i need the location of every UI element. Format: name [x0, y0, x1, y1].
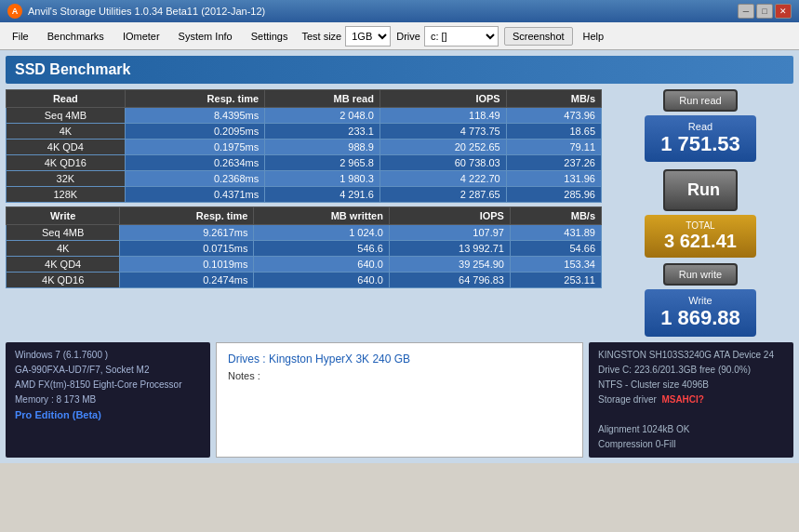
notes-text: Notes : — [228, 368, 571, 385]
write-score-label: Write — [656, 295, 745, 306]
drive-group: Drive c: [] — [396, 26, 499, 47]
table-row: 4K 0.0715ms 546.6 13 992.71 54.66 — [7, 241, 602, 257]
read-row-label: 4K — [7, 124, 126, 140]
run-read-button[interactable]: Run read — [663, 89, 738, 112]
resp-time-w-col-header: Resp. time — [120, 207, 254, 225]
device-line6: Alignment 1024kB OK — [598, 422, 784, 437]
test-size-label: Test size — [301, 31, 341, 42]
iops-read-col-header: IOPS — [380, 90, 506, 108]
drive-label: Drive — [396, 31, 420, 42]
mb-written-col-header: MB written — [254, 207, 389, 225]
mbs-write-col-header: MB/s — [510, 207, 601, 225]
drives-panel: Drives : Kingston HyperX 3K 240 GB Notes… — [216, 342, 583, 458]
bottom-section: Windows 7 (6.1.7600 ) GA-990FXA-UD7/F7, … — [6, 342, 793, 458]
run-write-group: Run write Write 1 869.88 — [645, 263, 756, 336]
table-row: 4K 0.2095ms 233.1 4 773.75 18.65 — [7, 124, 602, 140]
maximize-button[interactable]: □ — [756, 4, 773, 19]
app-title: Anvil's Storage Utilities 1.0.34 Beta11 … — [28, 6, 265, 17]
main-area: Read Resp. time MB read IOPS MB/s Seq 4M… — [6, 89, 793, 337]
menu-settings[interactable]: Settings — [243, 27, 297, 46]
menu-bar: File Benchmarks IOmeter System Info Sett… — [0, 22, 799, 50]
write-table: Write Resp. time MB written IOPS MB/s Se… — [6, 206, 602, 288]
read-score-value: 1 751.53 — [656, 132, 745, 156]
iops-write-col-header: IOPS — [389, 207, 510, 225]
device-line1: KINGSTON SH103S3240G ATA Device 24 — [598, 348, 784, 363]
read-score-label: Read — [656, 121, 745, 132]
run-total-group: Run TOTAL 3 621.41 — [645, 169, 756, 258]
menu-help[interactable]: Help — [575, 27, 613, 46]
minimize-button[interactable]: ─ — [738, 4, 754, 19]
table-row: 128K 0.4371ms 4 291.6 2 287.65 285.96 — [7, 187, 602, 203]
device-line7: Compression 0-Fill — [598, 437, 784, 452]
total-score-value: 3 621.41 — [656, 231, 745, 252]
mbs-read-col-header: MB/s — [506, 90, 601, 108]
resp-time-col-header: Resp. time — [125, 90, 265, 108]
device-line4: Storage driver MSAHCI? — [598, 392, 784, 407]
right-panel: Run read Read 1 751.53 Run TOTAL 3 621.4… — [607, 89, 793, 337]
test-size-select[interactable]: 1GB — [345, 26, 391, 47]
read-col-header: Read — [7, 90, 126, 108]
device-line3: NTFS - Cluster size 4096B — [598, 378, 784, 392]
memory-info: Memory : 8 173 MB — [15, 392, 201, 407]
close-button[interactable]: ✕ — [775, 4, 792, 19]
write-score-value: 1 869.88 — [656, 306, 745, 330]
table-row: 4K QD4 0.1019ms 640.0 39 254.90 153.34 — [7, 257, 602, 273]
ssd-benchmark-title: SSD Benchmark — [6, 56, 793, 84]
drives-text: Drives : Kingston HyperX 3K 240 GB — [228, 351, 571, 368]
read-mb: 2 048.0 — [265, 108, 380, 124]
write-score-box: Write 1 869.88 — [645, 289, 756, 336]
device-line5 — [598, 407, 784, 422]
system-info-panel: Windows 7 (6.1.7600 ) GA-990FXA-UD7/F7, … — [6, 342, 210, 458]
board-info: GA-990FXA-UD7/F7, Socket M2 — [15, 363, 201, 378]
table-row: Seq 4MB 9.2617ms 1 024.0 107.97 431.89 — [7, 225, 602, 241]
read-score-box: Read 1 751.53 — [645, 115, 756, 162]
run-read-group: Run read Read 1 751.53 — [645, 89, 756, 162]
table-section: Read Resp. time MB read IOPS MB/s Seq 4M… — [6, 89, 602, 337]
edition-info: Pro Edition (Beta) — [15, 407, 201, 424]
read-iops: 118.49 — [380, 108, 506, 124]
total-score-box: TOTAL 3 621.41 — [645, 215, 756, 258]
content-area: SSD Benchmark Read Resp. time MB read IO… — [0, 50, 799, 463]
menu-system-info[interactable]: System Info — [170, 27, 241, 46]
table-row: 4K QD16 0.2634ms 2 965.8 60 738.03 237.2… — [7, 155, 602, 171]
window-controls: ─ □ ✕ — [738, 4, 792, 19]
title-bar-left: A Anvil's Storage Utilities 1.0.34 Beta1… — [7, 4, 265, 19]
write-row-label: Seq 4MB — [7, 225, 120, 241]
os-info: Windows 7 (6.1.7600 ) — [15, 348, 201, 363]
menu-iometer[interactable]: IOmeter — [114, 27, 168, 46]
cpu-info: AMD FX(tm)-8150 Eight-Core Processor — [15, 378, 201, 392]
test-size-group: Test size 1GB — [301, 26, 391, 47]
write-col-header: Write — [7, 207, 120, 225]
run-write-button[interactable]: Run write — [663, 263, 738, 286]
screenshot-button[interactable]: Screenshot — [504, 27, 573, 46]
device-info-panel: KINGSTON SH103S3240G ATA Device 24 Drive… — [589, 342, 793, 458]
total-score-label: TOTAL — [656, 220, 745, 231]
read-mbs: 473.96 — [506, 108, 601, 124]
menu-benchmarks[interactable]: Benchmarks — [39, 27, 113, 46]
table-row: 32K 0.2368ms 1 980.3 4 222.70 131.96 — [7, 171, 602, 187]
read-table: Read Resp. time MB read IOPS MB/s Seq 4M… — [6, 89, 602, 203]
read-resp-time: 8.4395ms — [125, 108, 265, 124]
device-line2: Drive C: 223.6/201.3GB free (90.0%) — [598, 363, 784, 378]
drive-select[interactable]: c: [] — [424, 26, 499, 47]
app-icon: A — [7, 4, 22, 19]
mb-read-col-header: MB read — [265, 90, 380, 108]
title-bar: A Anvil's Storage Utilities 1.0.34 Beta1… — [0, 0, 799, 22]
table-row: 4K QD4 0.1975ms 988.9 20 252.65 79.11 — [7, 140, 602, 155]
menu-file[interactable]: File — [4, 27, 37, 46]
run-button[interactable]: Run — [663, 169, 738, 211]
table-row: 4K QD16 0.2474ms 640.0 64 796.83 253.11 — [7, 273, 602, 288]
read-row-label: Seq 4MB — [7, 108, 126, 124]
table-row: Seq 4MB 8.4395ms 2 048.0 118.49 473.96 — [7, 108, 602, 124]
